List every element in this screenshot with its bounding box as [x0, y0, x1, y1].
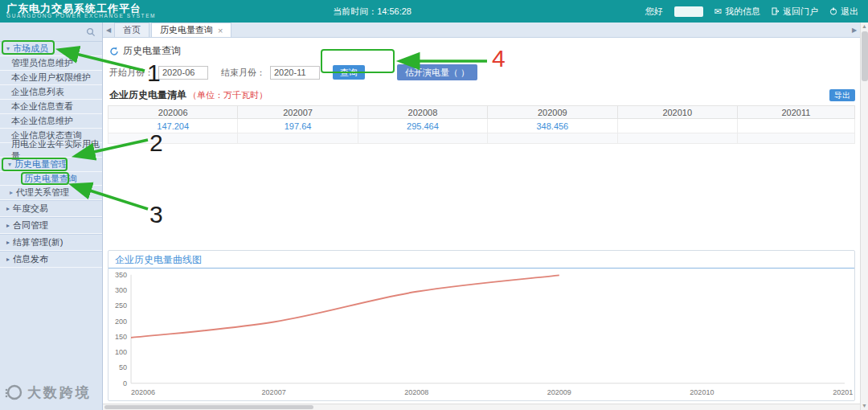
sidebar-item-label: 历史电量管理 [14, 158, 68, 170]
sidebar-item-label: 代理关系管理 [16, 187, 69, 199]
logout-label: 退出 [841, 6, 858, 18]
tab-scroll-right-icon[interactable]: ▶ [849, 23, 860, 37]
portal-icon [772, 7, 780, 15]
export-button[interactable]: 导出 [829, 89, 855, 101]
search-button[interactable]: 查询 [333, 65, 365, 80]
table-unit: （单位：万千瓦时） [188, 89, 268, 101]
svg-text:202007: 202007 [262, 388, 286, 396]
svg-text:50: 50 [119, 364, 127, 372]
sidebar-item-agency-relation[interactable]: ▸ 代理关系管理 [0, 186, 102, 200]
sidebar-item-company-info-list[interactable]: 企业信息列表 [0, 85, 102, 100]
horizontal-scrollbar[interactable] [103, 404, 860, 410]
query-form: 开始月份： 结束月份： 查询 估开演电量（ ） [109, 64, 855, 80]
chart-panel: 企业历史电量曲线图 050100150200250300350202006202… [108, 250, 855, 401]
horizontal-scrollbar-thumb[interactable] [104, 405, 313, 409]
app-subtitle: GUANGDONG POWER EXCHANGE SYSTEM [6, 14, 156, 19]
sidebar-item-label: 合同管理 [13, 219, 48, 232]
svg-text:350: 350 [115, 271, 127, 279]
svg-text:150: 150 [115, 333, 127, 341]
scroll-up-icon[interactable]: ▲ [861, 23, 868, 31]
refresh-icon[interactable] [109, 47, 119, 56]
history-energy-line-chart: 0501001502002503003502020062020072020082… [110, 270, 853, 400]
table-header-row: 202006 202007 202008 202009 202010 20201… [108, 106, 855, 119]
column-header: 202010 [617, 106, 737, 119]
chevron-right-icon: ▸ [6, 205, 10, 212]
sidebar-item-company-info-maintain[interactable]: 本企业信息维护 [0, 114, 102, 129]
sidebar-search [0, 23, 102, 42]
return-portal-link[interactable]: 返回门户 [772, 6, 818, 18]
table-row: 147.204 197.64 295.464 348.456 [108, 119, 855, 133]
chevron-down-icon: ▾ [6, 45, 10, 52]
chevron-right-icon: ▸ [6, 256, 10, 263]
sidebar-item-label: 结算管理(新) [13, 236, 63, 248]
sidebar-search-input[interactable] [6, 27, 86, 37]
scroll-down-icon[interactable]: ▼ [861, 402, 868, 410]
tab-home[interactable]: 首页 [114, 23, 149, 37]
sidebar-item-admin-info-maintain[interactable]: 管理员信息维护 [0, 56, 102, 71]
table-cell [617, 119, 737, 133]
svg-text:202011: 202011 [833, 388, 853, 396]
my-info-label: 我的信息 [725, 6, 760, 18]
close-icon[interactable]: × [218, 26, 223, 35]
app-header: 广东电力交易系统工作平台 GUANGDONG POWER EXCHANGE SY… [0, 0, 868, 23]
current-time: 当前时间：14:56:28 [333, 6, 411, 18]
end-month-label: 结束月份： [221, 67, 265, 79]
return-portal-label: 返回门户 [783, 6, 818, 18]
sidebar-item-label: 年度交易 [13, 203, 48, 215]
table-title: 企业历史电量清单 [109, 88, 186, 102]
sidebar-item-contract-manage[interactable]: ▸ 合同管理 [0, 217, 102, 234]
chart-title: 企业历史电量曲线图 [108, 251, 854, 269]
sidebar-item-label: 本企业信息查看 [11, 100, 73, 113]
vertical-scrollbar[interactable]: ▲ ▼ [860, 23, 868, 410]
column-header: 202009 [488, 106, 617, 119]
watermark: 大数跨境 [4, 383, 92, 402]
sidebar-item-label: 企业信息列表 [11, 86, 64, 98]
redacted-username [674, 6, 703, 17]
watermark-logo-icon [4, 383, 23, 402]
chevron-right-icon: ▸ [6, 239, 10, 246]
tab-label: 首页 [123, 24, 141, 36]
sidebar-item-label: 市场成员 [13, 43, 48, 55]
column-header: 202007 [238, 106, 358, 119]
app-title: 广东电力交易系统工作平台 [6, 3, 156, 14]
main-area: ◀ 首页 历史电量查询 × ▶ 历史电量查询 开始月份： 结束月份： [103, 23, 860, 410]
tab-label: 历史电量查询 [160, 24, 213, 36]
mail-icon: ✉ [714, 6, 722, 17]
sidebar-item-label: 管理员信息维护 [11, 57, 73, 69]
history-energy-table: 202006 202007 202008 202009 202010 20201… [108, 105, 855, 144]
svg-text:202009: 202009 [547, 388, 571, 396]
chevron-right-icon: ▸ [10, 189, 13, 196]
sidebar-item-last-year-usage[interactable]: 用电企业去年实际用电量 [0, 143, 102, 158]
tab-history-energy-query[interactable]: 历史电量查询 × [151, 23, 231, 37]
sidebar-item-annual-trade[interactable]: ▸ 年度交易 [0, 200, 102, 217]
logout-link[interactable]: 退出 [829, 6, 858, 18]
tab-scroll-left-icon[interactable]: ◀ [103, 23, 114, 37]
sidebar-item-history-energy-query[interactable]: 历史电量查询 [0, 172, 102, 186]
svg-text:250: 250 [115, 301, 127, 310]
sidebar-item-user-permission[interactable]: 本企业用户权限维护 [0, 71, 102, 85]
search-icon[interactable] [86, 27, 96, 37]
end-month-input[interactable] [270, 66, 320, 80]
start-month-input[interactable] [158, 66, 208, 80]
vertical-scrollbar-thumb[interactable] [862, 31, 868, 81]
power-icon [829, 7, 837, 15]
greeting-text: 您好 [645, 6, 663, 18]
watermark-text: 大数跨境 [27, 383, 92, 402]
table-cell: 147.204 [108, 119, 238, 133]
column-header: 202011 [737, 106, 854, 119]
table-empty-row [108, 133, 855, 144]
sidebar-item-market-member[interactable]: ▾ 市场成员 [0, 42, 102, 56]
page-content: 历史电量查询 开始月份： 结束月份： 查询 估开演电量（ ） 企业历史电量清单 … [103, 38, 860, 410]
table-cell: 197.64 [238, 119, 358, 133]
svg-text:202006: 202006 [131, 388, 155, 396]
special-energy-button[interactable]: 估开演电量（ ） [397, 64, 477, 80]
sidebar-item-company-info-view[interactable]: 本企业信息查看 [0, 100, 102, 114]
sidebar-item-label: 信息发布 [13, 253, 48, 265]
sidebar-item-label: 本企业用户权限维护 [11, 72, 91, 84]
column-header: 202008 [358, 106, 487, 119]
sidebar-item-settlement-manage[interactable]: ▸ 结算管理(新) [0, 234, 102, 251]
sidebar-item-info-publish[interactable]: ▸ 信息发布 [0, 251, 102, 268]
my-info-link[interactable]: ✉ 我的信息 [714, 6, 760, 18]
svg-text:200: 200 [115, 318, 127, 326]
table-cell [737, 119, 854, 133]
